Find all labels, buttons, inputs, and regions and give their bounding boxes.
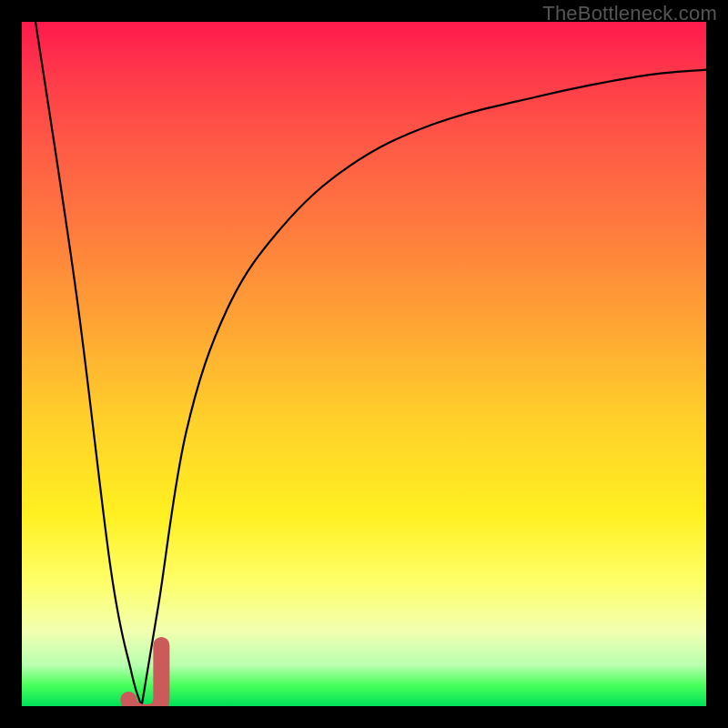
curve-right-branch xyxy=(142,70,706,706)
chart-frame: TheBottleneck.com xyxy=(0,0,728,728)
chart-plot-area xyxy=(22,22,706,706)
j-marker-icon xyxy=(128,645,161,706)
chart-svg xyxy=(22,22,706,706)
curve-left-branch xyxy=(35,22,142,706)
